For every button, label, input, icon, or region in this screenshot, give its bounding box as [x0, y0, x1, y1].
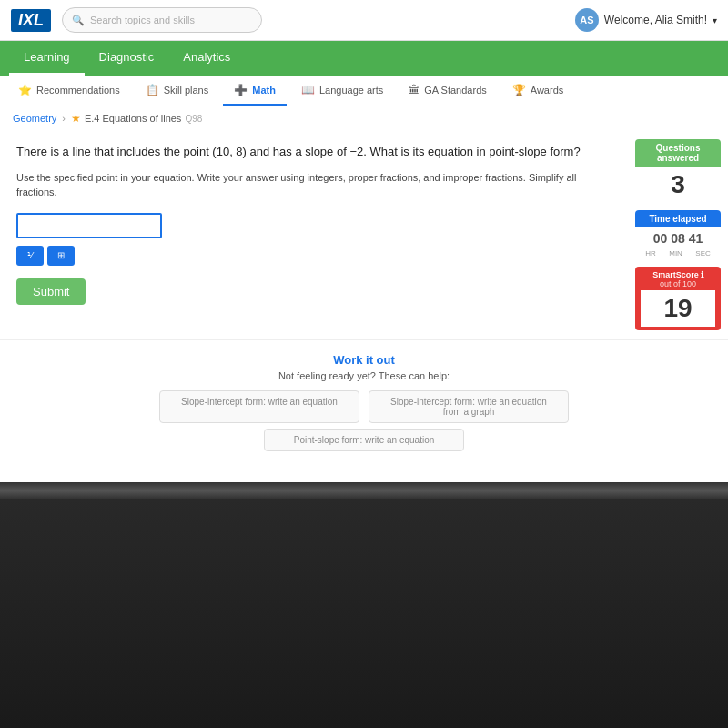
resource-link-2[interactable]: Slope-intercept form: write an equation …: [369, 390, 569, 423]
resource-links-row2: Point-slope form: write an equation: [13, 429, 715, 451]
work-it-out-section: Work it out Not feeling ready yet? These…: [0, 339, 728, 464]
time-units: HR MIN SEC: [635, 249, 721, 259]
subnav-skill-plans[interactable]: 📋 Skill plans: [135, 76, 220, 106]
search-bar[interactable]: 🔍 Search topics and skills: [62, 7, 262, 33]
time-elapsed-label: Time elapsed: [635, 210, 721, 228]
question-area: There is a line that includes the point …: [0, 130, 628, 339]
nav-item-learning[interactable]: Learning: [9, 41, 85, 76]
skill-plans-icon: 📋: [146, 84, 159, 96]
subnav-math[interactable]: ➕ Math: [223, 76, 287, 106]
subnav-awards[interactable]: 🏆 Awards: [501, 76, 574, 106]
info-icon: ℹ: [701, 270, 703, 279]
resource-link-3[interactable]: Point-slope form: write an equation: [264, 429, 464, 451]
answer-input[interactable]: [16, 213, 162, 238]
work-it-out-title: Work it out: [13, 353, 715, 367]
ga-standards-icon: 🏛: [409, 84, 420, 96]
breadcrumb-separator: ›: [62, 113, 66, 124]
main-content: There is a line that includes the point …: [0, 130, 728, 339]
awards-icon: 🏆: [512, 84, 526, 96]
math-icon: ➕: [234, 84, 248, 96]
time-elapsed-box: Time elapsed 00 08 41 HR MIN SEC: [635, 210, 721, 259]
work-it-out-subtitle: Not feeling ready yet? These can help:: [13, 370, 715, 381]
nav-item-diagnostic[interactable]: Diagnostic: [85, 41, 169, 76]
star-icon: ★: [71, 112, 81, 125]
smart-score-value: 19: [641, 290, 715, 327]
subnav-recommendations[interactable]: ⭐ Recommendations: [7, 76, 131, 106]
language-arts-icon: 📖: [301, 84, 315, 96]
question-text: There is a line that includes the point …: [16, 143, 612, 161]
recommendations-icon: ⭐: [18, 84, 32, 96]
search-placeholder: Search topics and skills: [90, 15, 195, 25]
welcome-text: Welcome, Alia Smith!: [604, 14, 707, 26]
dropdown-icon[interactable]: ▾: [713, 15, 717, 25]
breadcrumb-current: ★ E.4 Equations of lines Q98: [71, 112, 202, 125]
question-id: Q98: [185, 114, 202, 124]
search-icon: 🔍: [72, 15, 85, 26]
subnav-ga-standards[interactable]: 🏛 GA Standards: [398, 76, 498, 106]
smart-score-sublabel: out of 100: [641, 279, 715, 288]
nav-item-analytics[interactable]: Analytics: [168, 41, 245, 76]
answer-input-area: ⅟ ⊞: [16, 213, 612, 266]
questions-answered-label: Questions answered: [635, 139, 721, 167]
avatar: AS: [575, 8, 599, 32]
questions-answered-value: 3: [635, 167, 721, 203]
nav-bar: Learning Diagnostic Analytics: [0, 41, 728, 76]
questions-answered-box: Questions answered 3: [635, 139, 721, 203]
breadcrumb-parent[interactable]: Geometry: [13, 113, 56, 124]
breadcrumb: Geometry › ★ E.4 Equations of lines Q98: [0, 106, 728, 130]
resource-link-1[interactable]: Slope-intercept form: write an equation: [159, 390, 359, 423]
input-buttons: ⅟ ⊞: [16, 246, 612, 266]
time-value: 00 08 41: [635, 228, 721, 249]
sub-nav: ⭐ Recommendations 📋 Skill plans ➕ Math 📖…: [0, 76, 728, 106]
laptop-hinge: [0, 482, 728, 499]
fraction-button[interactable]: ⅟: [16, 246, 44, 266]
right-panel: Questions answered 3 Time elapsed 00 08 …: [628, 130, 728, 339]
smart-score-box: SmartScore ℹ out of 100 19: [635, 267, 721, 330]
mixed-number-button[interactable]: ⊞: [47, 246, 75, 266]
welcome-area: AS Welcome, Alia Smith! ▾: [575, 8, 717, 32]
resource-links: Slope-intercept form: write an equation …: [13, 390, 715, 423]
ixl-logo: IXL: [11, 9, 51, 32]
laptop-body: DELL → ↺ ⬜ ⬛ ○ ○ ○ ◁ ▷ 1 2 3 4 5 6 7 8 9…: [0, 482, 728, 728]
submit-button[interactable]: Submit: [16, 278, 86, 305]
hint-text: Use the specified point in your equation…: [16, 170, 612, 200]
smart-score-label: SmartScore ℹ: [641, 270, 715, 279]
subnav-language-arts[interactable]: 📖 Language arts: [290, 76, 394, 106]
